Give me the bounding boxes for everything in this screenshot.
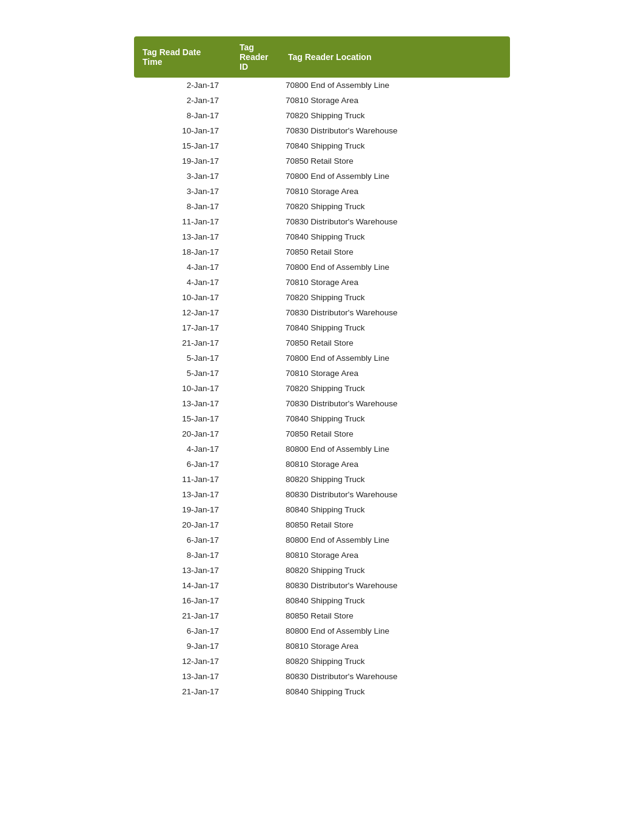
table-row: 4-Jan-1780800 End of Assembly Line	[134, 441, 510, 457]
cell-location: 80820 Shipping Truck	[280, 654, 510, 669]
cell-id	[231, 639, 280, 654]
cell-id	[231, 153, 280, 169]
table-row: 12-Jan-1780820 Shipping Truck	[134, 654, 510, 669]
cell-location: 70810 Storage Area	[280, 275, 510, 290]
cell-date: 13-Jan-17	[134, 563, 231, 578]
cell-id	[231, 184, 280, 199]
table-row: 2-Jan-1770800 End of Assembly Line	[134, 78, 510, 93]
table-row: 14-Jan-1780830 Distributor's Warehouse	[134, 578, 510, 593]
cell-location: 80800 End of Assembly Line	[280, 623, 510, 639]
cell-location: 70800 End of Assembly Line	[280, 78, 510, 93]
cell-date: 10-Jan-17	[134, 123, 231, 138]
table-row: 19-Jan-1770850 Retail Store	[134, 153, 510, 169]
cell-location: 80840 Shipping Truck	[280, 593, 510, 608]
table-row: 3-Jan-1770800 End of Assembly Line	[134, 169, 510, 184]
cell-date: 5-Jan-17	[134, 366, 231, 381]
table-row: 11-Jan-1780820 Shipping Truck	[134, 472, 510, 487]
cell-location: 70820 Shipping Truck	[280, 108, 510, 123]
cell-date: 6-Jan-17	[134, 623, 231, 639]
cell-date: 21-Jan-17	[134, 335, 231, 350]
cell-id	[231, 532, 280, 548]
table-row: 13-Jan-1770830 Distributor's Warehouse	[134, 396, 510, 411]
cell-id	[231, 669, 280, 684]
cell-location: 80830 Distributor's Warehouse	[280, 578, 510, 593]
cell-id	[231, 654, 280, 669]
cell-date: 10-Jan-17	[134, 381, 231, 396]
table-row: 8-Jan-1770820 Shipping Truck	[134, 199, 510, 214]
cell-date: 19-Jan-17	[134, 502, 231, 517]
cell-date: 15-Jan-17	[134, 411, 231, 426]
cell-location: 80820 Shipping Truck	[280, 563, 510, 578]
cell-location: 70830 Distributor's Warehouse	[280, 214, 510, 229]
cell-date: 15-Jan-17	[134, 138, 231, 153]
cell-id	[231, 78, 280, 93]
cell-location: 70800 End of Assembly Line	[280, 260, 510, 275]
cell-id	[231, 335, 280, 350]
table-row: 16-Jan-1780840 Shipping Truck	[134, 593, 510, 608]
cell-location: 80810 Storage Area	[280, 548, 510, 563]
table-row: 8-Jan-1770820 Shipping Truck	[134, 108, 510, 123]
cell-id	[231, 214, 280, 229]
cell-id	[231, 244, 280, 260]
cell-location: 70840 Shipping Truck	[280, 411, 510, 426]
cell-id	[231, 381, 280, 396]
table-row: 5-Jan-1770800 End of Assembly Line	[134, 350, 510, 366]
table-row: 20-Jan-1780850 Retail Store	[134, 517, 510, 532]
table-row: 20-Jan-1770850 Retail Store	[134, 426, 510, 441]
cell-id	[231, 138, 280, 153]
cell-date: 2-Jan-17	[134, 78, 231, 93]
cell-date: 21-Jan-17	[134, 608, 231, 623]
cell-location: 80800 End of Assembly Line	[280, 441, 510, 457]
cell-id	[231, 457, 280, 472]
cell-date: 3-Jan-17	[134, 169, 231, 184]
cell-location: 80840 Shipping Truck	[280, 502, 510, 517]
cell-location: 80840 Shipping Truck	[280, 684, 510, 699]
table-row: 21-Jan-1780840 Shipping Truck	[134, 684, 510, 699]
table-row: 3-Jan-1770810 Storage Area	[134, 184, 510, 199]
table-row: 21-Jan-1780850 Retail Store	[134, 608, 510, 623]
cell-id	[231, 350, 280, 366]
cell-date: 17-Jan-17	[134, 320, 231, 335]
cell-id	[231, 426, 280, 441]
table-row: 15-Jan-1770840 Shipping Truck	[134, 138, 510, 153]
cell-id	[231, 260, 280, 275]
table-row: 10-Jan-1770830 Distributor's Warehouse	[134, 123, 510, 138]
table-row: 12-Jan-1770830 Distributor's Warehouse	[134, 305, 510, 320]
cell-date: 20-Jan-17	[134, 517, 231, 532]
cell-id	[231, 275, 280, 290]
cell-id	[231, 548, 280, 563]
cell-location: 70850 Retail Store	[280, 426, 510, 441]
cell-date: 8-Jan-17	[134, 108, 231, 123]
cell-location: 70800 End of Assembly Line	[280, 169, 510, 184]
cell-id	[231, 411, 280, 426]
table-row: 10-Jan-1770820 Shipping Truck	[134, 290, 510, 305]
table-row: 13-Jan-1780830 Distributor's Warehouse	[134, 669, 510, 684]
table-row: 21-Jan-1770850 Retail Store	[134, 335, 510, 350]
cell-id	[231, 320, 280, 335]
table-row: 4-Jan-1770810 Storage Area	[134, 275, 510, 290]
cell-location: 70820 Shipping Truck	[280, 381, 510, 396]
table-row: 18-Jan-1770850 Retail Store	[134, 244, 510, 260]
cell-date: 9-Jan-17	[134, 639, 231, 654]
cell-date: 8-Jan-17	[134, 199, 231, 214]
cell-id	[231, 563, 280, 578]
cell-id	[231, 169, 280, 184]
cell-date: 2-Jan-17	[134, 93, 231, 108]
cell-location: 70820 Shipping Truck	[280, 199, 510, 214]
cell-date: 19-Jan-17	[134, 153, 231, 169]
cell-location: 80820 Shipping Truck	[280, 472, 510, 487]
table-row: 10-Jan-1770820 Shipping Truck	[134, 381, 510, 396]
cell-id	[231, 502, 280, 517]
cell-date: 13-Jan-17	[134, 487, 231, 502]
cell-location: 70820 Shipping Truck	[280, 290, 510, 305]
cell-id	[231, 229, 280, 244]
cell-date: 3-Jan-17	[134, 184, 231, 199]
cell-location: 70830 Distributor's Warehouse	[280, 396, 510, 411]
cell-id	[231, 199, 280, 214]
cell-location: 80800 End of Assembly Line	[280, 532, 510, 548]
cell-id	[231, 593, 280, 608]
cell-date: 16-Jan-17	[134, 593, 231, 608]
cell-id	[231, 623, 280, 639]
cell-location: 80810 Storage Area	[280, 457, 510, 472]
cell-date: 6-Jan-17	[134, 457, 231, 472]
